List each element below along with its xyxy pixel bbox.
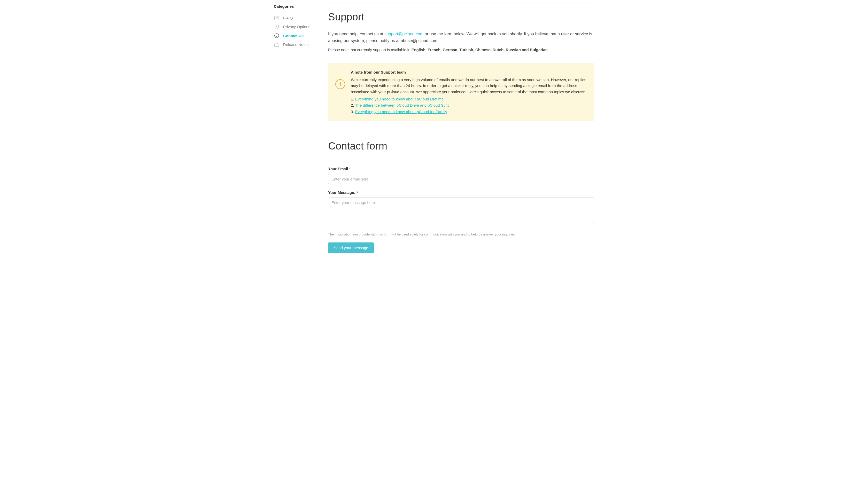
note-link-drive-sync[interactable]: The difference between pCloud Drive and … <box>355 103 450 107</box>
support-note-box: i A note from our Support team We're cur… <box>328 63 594 122</box>
info-icon: i <box>335 79 345 89</box>
sidebar-item-label: Release Notes <box>283 42 308 48</box>
svg-point-7 <box>276 26 277 27</box>
intro-text: . <box>437 38 438 43</box>
note-link-family[interactable]: Everything you need to know about pCloud… <box>355 109 447 114</box>
sidebar-item-faq[interactable]: F.A.Q. <box>274 14 320 23</box>
sidebar-item-release-notes[interactable]: Release Notes <box>274 40 320 49</box>
sidebar-item-contact[interactable]: Contact Us <box>274 32 320 40</box>
langs-prefix: Please note that currently support is av… <box>328 47 411 52</box>
note-links-list: 1. Everything you need to know about pCl… <box>351 96 587 115</box>
briefcase-icon <box>274 42 280 47</box>
note-title: A note from our Support team <box>351 69 587 75</box>
list-icon <box>274 15 280 21</box>
chat-icon <box>274 33 280 39</box>
send-button[interactable]: Send your message <box>328 242 374 253</box>
form-group-message: Your Message: * <box>328 190 594 226</box>
shield-icon <box>274 24 280 30</box>
langs-suffix: . <box>548 47 549 52</box>
svg-rect-13 <box>275 44 279 47</box>
note-content: A note from our Support team We're curre… <box>351 69 587 116</box>
message-label: Your Message: * <box>328 190 594 196</box>
page-title: Support <box>328 9 594 25</box>
required-mark: * <box>356 190 358 195</box>
sidebar-item-privacy[interactable]: Privacy Options <box>274 23 320 32</box>
note-body: We're currently experiencing a very high… <box>351 77 587 95</box>
sidebar-title: Categories <box>274 4 320 9</box>
note-link-item: 1. Everything you need to know about pCl… <box>351 96 587 102</box>
note-link-item: 2. The difference between pCloud Drive a… <box>351 102 587 108</box>
sidebar-item-label: Privacy Options <box>283 24 310 30</box>
form-group-email: Your Email * <box>328 166 594 184</box>
support-languages: Please note that currently support is av… <box>328 47 594 53</box>
label-text: Your Email <box>328 167 348 171</box>
note-link-lifetime[interactable]: Everything you need to know about pCloud… <box>355 97 444 101</box>
divider <box>328 132 594 132</box>
form-disclaimer: The information you provide with this fo… <box>328 232 594 237</box>
support-email-link[interactable]: support@pcloud.com <box>384 32 424 36</box>
required-mark: * <box>349 167 350 171</box>
message-field[interactable] <box>328 197 594 224</box>
sidebar-item-label: Contact Us <box>283 33 304 39</box>
contact-form-title: Contact form <box>328 138 594 154</box>
email-field[interactable] <box>328 174 594 184</box>
sidebar: Categories F.A.Q. Privacy Options Contac… <box>274 3 320 253</box>
support-intro: If you need help, contact us at support@… <box>328 31 594 44</box>
main-content: Support If you need help, contact us at … <box>328 3 594 253</box>
note-link-item: 3. Everything you need to know about pCl… <box>351 109 587 115</box>
label-text: Your Message: <box>328 190 355 195</box>
intro-text: If you need help, contact us at <box>328 32 384 36</box>
sidebar-item-label: F.A.Q. <box>283 15 294 21</box>
email-label: Your Email * <box>328 166 594 172</box>
abuse-email-text: abuse@pcloud.com <box>401 38 437 43</box>
langs-list: English, French, German, Turkish, Chines… <box>411 47 548 52</box>
